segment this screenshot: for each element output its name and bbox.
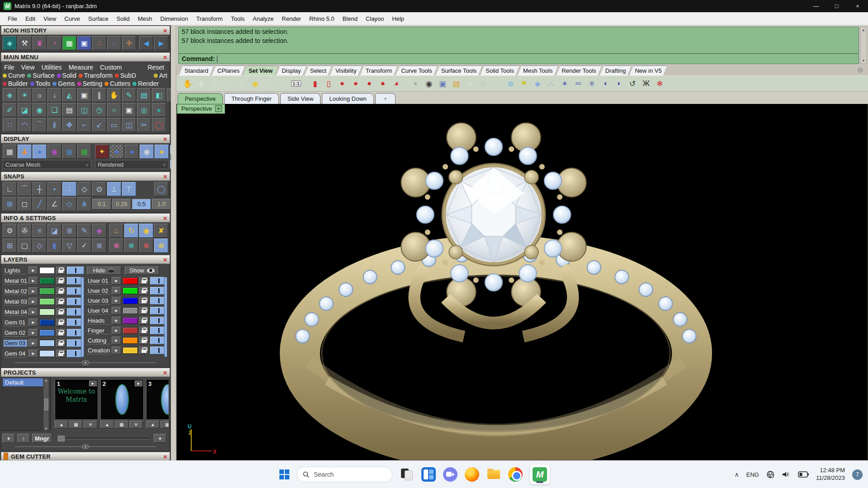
layer-label[interactable]: Metal 03 bbox=[4, 298, 27, 305]
panel-header[interactable]: MAIN MENU bbox=[1, 52, 170, 61]
panel-header[interactable]: SNAPS bbox=[1, 172, 170, 181]
mm-cubes-icon[interactable]: ∷ bbox=[3, 118, 17, 132]
menu-item[interactable]: View bbox=[39, 15, 60, 22]
mm-ring-icon[interactable]: ○ bbox=[107, 103, 121, 117]
command-panel[interactable]: 57 block instances added to selection.57… bbox=[178, 27, 859, 64]
layer-expand-icon[interactable] bbox=[28, 350, 38, 357]
snap-int-icon[interactable]: ┼ bbox=[33, 182, 47, 196]
mm-trim-icon[interactable]: ✂ bbox=[137, 118, 151, 132]
settings-drives-icon[interactable]: ≡ bbox=[33, 224, 47, 238]
project-add-button[interactable]: + bbox=[2, 434, 15, 443]
layer-label[interactable]: User 04 bbox=[87, 307, 110, 314]
mm-vault-icon[interactable]: ◧ bbox=[152, 88, 166, 102]
record-lamp-icon[interactable]: ♨ bbox=[109, 224, 123, 238]
lock-icon[interactable] bbox=[56, 308, 66, 316]
mm-photos-icon[interactable]: ❏ bbox=[47, 103, 61, 117]
mm-torus-icon[interactable]: ◯ bbox=[152, 118, 166, 132]
layer-color-swatch[interactable] bbox=[123, 277, 138, 284]
layer-label[interactable]: User 01 bbox=[87, 277, 110, 285]
layer-color-swatch[interactable] bbox=[39, 298, 55, 305]
panel-header[interactable]: DISPLAY bbox=[1, 134, 170, 143]
layer-color-swatch[interactable] bbox=[123, 287, 138, 294]
close-icon[interactable] bbox=[163, 369, 167, 376]
project-thumbnail[interactable]: 3 ▲ ▦ ✕ bbox=[146, 379, 169, 431]
menu-item[interactable]: File bbox=[4, 15, 21, 22]
snap-increment-button[interactable]: 0.1 bbox=[92, 199, 111, 210]
project-manager-button[interactable]: Mngr bbox=[32, 434, 52, 443]
layer-label[interactable]: Lights bbox=[4, 267, 27, 274]
snap-grid-icon[interactable]: ⊞ bbox=[3, 197, 17, 211]
lens-right-icon[interactable]: ◗ bbox=[612, 76, 626, 91]
mm-profiles-icon[interactable]: ≬ bbox=[47, 118, 61, 132]
mm-ring-rotate-icon[interactable]: ↻ bbox=[167, 88, 171, 102]
history-save-icon[interactable]: ▣ bbox=[77, 36, 91, 50]
settings-notes-icon[interactable]: ✎ bbox=[77, 224, 91, 238]
lock-icon[interactable] bbox=[139, 347, 149, 354]
snap-mid-icon[interactable]: ∶ bbox=[62, 182, 76, 196]
viewport-tab[interactable]: + bbox=[375, 93, 396, 104]
viewport-tab[interactable]: Side View bbox=[280, 93, 321, 104]
mm-inspect-icon[interactable]: ◎ bbox=[137, 103, 151, 117]
project-up-button[interactable]: ↑ bbox=[17, 434, 30, 443]
loop-stop-icon[interactable]: ✘ bbox=[154, 224, 168, 238]
toolbar-tab[interactable]: New in V5 bbox=[629, 66, 667, 75]
settings-box-icon[interactable]: ◈ bbox=[92, 224, 106, 238]
cplane-target-icon[interactable]: ⊕ bbox=[490, 76, 504, 91]
zoom-in-icon[interactable]: ⊕ bbox=[208, 76, 222, 91]
main-menu-category[interactable]: Setting bbox=[77, 80, 103, 87]
snap-cen-icon[interactable]: ⊙ bbox=[92, 182, 106, 196]
mesh-mode-dropdown[interactable]: Coarse Mesh bbox=[3, 160, 91, 169]
loop-arrow-icon[interactable]: ↺ bbox=[626, 76, 639, 91]
thumbnail-play-icon[interactable] bbox=[135, 380, 142, 386]
thumb-up-icon[interactable]: ▲ bbox=[55, 421, 68, 428]
layer-expand-icon[interactable] bbox=[28, 298, 38, 305]
layer-expand-icon[interactable] bbox=[28, 339, 38, 347]
menu-item[interactable]: Mesh bbox=[134, 15, 156, 22]
mm-import-icon[interactable]: ↓ bbox=[47, 88, 61, 102]
layer-color-swatch[interactable] bbox=[123, 317, 138, 324]
snap-near-icon[interactable]: ⌒ bbox=[18, 182, 32, 196]
mm-curve-icon[interactable]: ⌒ bbox=[33, 118, 47, 132]
mm-orient-icon[interactable]: ⌐ bbox=[77, 118, 91, 132]
car-persp-icon[interactable]: ◕ bbox=[390, 76, 403, 91]
walk-figure-icon[interactable]: Ж bbox=[639, 76, 653, 91]
menu-item[interactable]: Surface bbox=[84, 15, 113, 22]
viewport-3d[interactable]: Perspective bbox=[176, 104, 868, 460]
layer-visibility-toggle[interactable] bbox=[67, 277, 84, 285]
slider-handle[interactable] bbox=[58, 436, 65, 441]
menu-item[interactable]: Help bbox=[388, 15, 408, 22]
star-burst-icon[interactable]: ✳ bbox=[585, 76, 599, 91]
viewport-label[interactable]: Perspective bbox=[177, 104, 225, 114]
panel-header[interactable]: ICON HISTORY bbox=[1, 26, 170, 35]
display-shaded-icon[interactable]: ● bbox=[33, 145, 47, 159]
layer-expand-icon[interactable] bbox=[28, 277, 38, 285]
hide-button[interactable]: Hide bbox=[87, 267, 121, 275]
mm-converge-icon[interactable]: ↙ bbox=[92, 118, 106, 132]
layer-color-swatch[interactable] bbox=[123, 337, 138, 344]
layer-visibility-toggle[interactable] bbox=[150, 347, 167, 354]
layer-expand-icon[interactable] bbox=[28, 329, 38, 337]
thumbnail-play-icon[interactable] bbox=[89, 380, 97, 386]
layer-label[interactable]: Gem 03 bbox=[4, 340, 27, 347]
display-figure-icon[interactable]: ♟ bbox=[18, 145, 32, 159]
toolbar-tab[interactable]: Visibility bbox=[330, 66, 362, 75]
lock-icon[interactable] bbox=[139, 307, 149, 314]
zoom-lens-icon[interactable]: ○ bbox=[276, 76, 289, 91]
layers-collapse-handle[interactable] bbox=[7, 360, 164, 366]
gumball-blue-icon[interactable]: ⊕ bbox=[154, 239, 168, 253]
lock-icon[interactable] bbox=[56, 267, 66, 274]
layer-label[interactable]: Metal 04 bbox=[4, 309, 27, 316]
thumbnail-slider[interactable] bbox=[58, 436, 150, 441]
show-button[interactable]: Show bbox=[125, 267, 159, 275]
mm-hand-icon[interactable]: ✋ bbox=[107, 88, 121, 102]
save-render-icon[interactable]: ▣ bbox=[436, 76, 449, 91]
history-ring-icon[interactable]: ◌ bbox=[107, 36, 121, 50]
command-input-caret[interactable] bbox=[217, 56, 217, 62]
main-menu-category[interactable]: Builder bbox=[3, 80, 28, 87]
settings-server-icon[interactable]: ≣ bbox=[92, 239, 106, 253]
close-icon[interactable] bbox=[163, 453, 167, 460]
minimize-button[interactable]: — bbox=[806, 0, 826, 12]
matrix-app-icon[interactable]: M bbox=[530, 465, 550, 484]
maximize-button[interactable]: □ bbox=[826, 0, 847, 12]
history-back-icon[interactable]: ◀ bbox=[139, 36, 153, 50]
